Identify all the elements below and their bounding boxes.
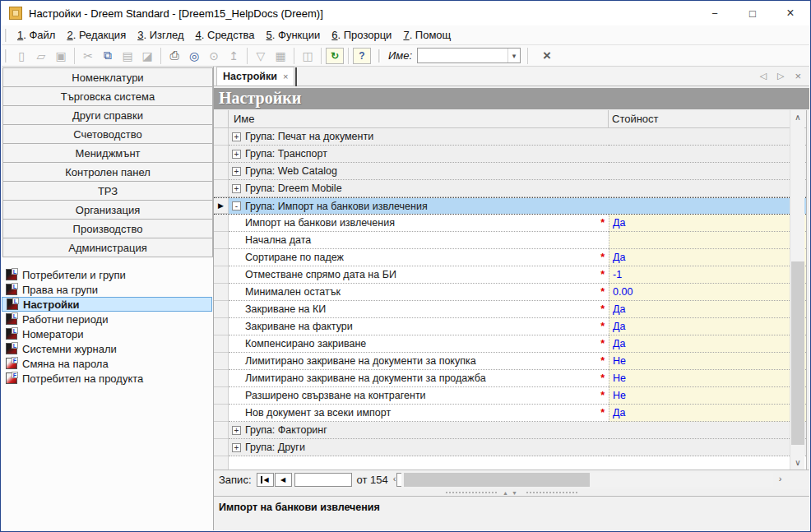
- table-row[interactable]: Импорт на банкови извлечения* Да: [214, 215, 806, 232]
- toolbar-grip[interactable]: [378, 49, 381, 62]
- tree-item-work-periods[interactable]: L Работни периоди: [2, 312, 212, 326]
- paste-icon[interactable]: ▤: [118, 48, 137, 64]
- save-icon[interactable]: ▣: [52, 48, 70, 64]
- table-row[interactable]: Закриване на КИ* Да: [214, 301, 806, 318]
- sidebar-item-control-panel[interactable]: Контролен панел: [2, 162, 213, 182]
- table-row[interactable]: Начална дата: [214, 232, 806, 249]
- setting-value[interactable]: Не: [609, 353, 806, 370]
- setting-value[interactable]: Да: [609, 215, 806, 232]
- table-row-group[interactable]: +Група: Други: [214, 439, 806, 456]
- calendar-icon[interactable]: ▦: [271, 48, 290, 64]
- table-row[interactable]: Лимитирано закриване на документи за пок…: [214, 353, 806, 370]
- table-row-group-selected[interactable]: ▶ -Група: Импорт на банкови извлечения: [214, 197, 806, 215]
- sidebar-item-other-reports[interactable]: Други справки: [2, 105, 213, 125]
- sidebar-item-organization[interactable]: Организация: [2, 200, 213, 220]
- sidebar-item-payroll[interactable]: ТРЗ: [2, 181, 213, 201]
- sidebar-item-administration[interactable]: Администрация: [2, 238, 213, 257]
- record-number-input[interactable]: [294, 473, 352, 487]
- name-filter-combobox[interactable]: ▾: [417, 48, 521, 63]
- expand-icon[interactable]: +: [232, 167, 241, 176]
- attach-icon[interactable]: ⊙: [205, 48, 223, 64]
- menu-functions[interactable]: 5. Функции: [261, 26, 327, 44]
- setting-value[interactable]: Да: [609, 318, 806, 335]
- table-row[interactable]: Компенсирано закриване* Да: [214, 335, 806, 353]
- tab-scroll-right-icon[interactable]: ▷: [777, 71, 784, 81]
- sidebar-item-nomenclatures[interactable]: Номенклатури: [2, 67, 213, 87]
- print-preview-icon[interactable]: ◎: [185, 48, 203, 64]
- sidebar-item-production[interactable]: Производство: [2, 219, 213, 238]
- table-row[interactable]: Разширено свързване на контрагенти* Не: [214, 387, 806, 405]
- minimize-button[interactable]: −: [696, 1, 734, 25]
- collapse-icon[interactable]: -: [232, 201, 241, 210]
- table-row[interactable]: Закриване на фактури* Да: [214, 318, 806, 335]
- print-icon[interactable]: ⎙: [165, 48, 183, 64]
- first-record-button[interactable]: ◀: [257, 473, 274, 487]
- upload-icon[interactable]: ↥: [225, 48, 243, 64]
- sidebar-item-accounting[interactable]: Счетоводство: [2, 124, 213, 144]
- scroll-down-icon[interactable]: ∨: [790, 456, 805, 470]
- menu-windows[interactable]: 6. Прозорци: [326, 26, 397, 44]
- setting-value[interactable]: Да: [609, 405, 806, 422]
- tab-list-close-icon[interactable]: ×: [795, 70, 801, 82]
- tree-item-users-groups[interactable]: L Потребители и групи: [2, 267, 212, 282]
- maximize-button[interactable]: □: [734, 1, 772, 25]
- tab-close-icon[interactable]: ×: [283, 72, 288, 81]
- tree-item-numerators[interactable]: L Номератори: [2, 326, 212, 341]
- menu-tools[interactable]: 4. Средства: [190, 26, 261, 44]
- sidebar-item-trade-system[interactable]: Търговска система: [2, 86, 213, 106]
- setting-value[interactable]: Не: [609, 370, 806, 387]
- table-row[interactable]: Минимален остатък* 0.00: [214, 284, 806, 301]
- erase-icon[interactable]: ◪: [138, 48, 156, 64]
- menu-file[interactable]: 1. Файл: [12, 26, 61, 44]
- setting-value[interactable]: [609, 232, 806, 249]
- help-icon[interactable]: ?: [353, 48, 371, 64]
- table-row[interactable]: Нов документ за всеки импорт* Да: [214, 405, 806, 422]
- splitter-arrows-icon[interactable]: ▲▼: [503, 490, 521, 496]
- table-row[interactable]: Отместване спрямо дата на БИ* -1: [214, 266, 806, 284]
- new-document-icon[interactable]: ▯: [12, 48, 30, 64]
- tab-settings[interactable]: Настройки ×: [216, 67, 294, 86]
- setting-value[interactable]: -1: [609, 266, 806, 284]
- scroll-left-icon[interactable]: ‹: [387, 473, 401, 487]
- vertical-scrollbar[interactable]: ∧ ∨: [790, 110, 804, 470]
- tree-item-group-rights[interactable]: L Права на групи: [2, 282, 212, 297]
- tree-item-change-password[interactable]: F Смяна на парола: [2, 356, 212, 371]
- setting-value[interactable]: Да: [609, 335, 806, 353]
- setting-value[interactable]: Да: [609, 301, 806, 318]
- scroll-up-icon[interactable]: ∧: [790, 110, 805, 124]
- menu-view[interactable]: 3. Изглед: [132, 26, 189, 44]
- table-row-group[interactable]: +Група: Транспорт: [214, 146, 806, 163]
- open-icon[interactable]: ▱: [32, 48, 50, 64]
- copy-icon[interactable]: ⧉: [99, 48, 117, 64]
- expand-icon[interactable]: +: [232, 184, 241, 193]
- setting-value[interactable]: Не: [609, 387, 806, 405]
- table-row-group[interactable]: +Група: Печат на документи: [214, 128, 806, 146]
- expand-icon[interactable]: +: [232, 426, 241, 435]
- scroll-right-icon[interactable]: ›: [773, 473, 787, 487]
- table-row[interactable]: Сортиране по падеж* Да: [214, 249, 806, 266]
- table-row-group[interactable]: +Група: Dreem Mobile: [214, 180, 806, 197]
- window-icon[interactable]: ◫: [299, 48, 317, 64]
- table-row-group[interactable]: +Група: Web Catalog: [214, 163, 806, 180]
- chevron-down-icon[interactable]: ▾: [507, 49, 520, 62]
- tree-item-settings[interactable]: L Настройки: [2, 297, 212, 312]
- horizontal-scrollbar-thumb[interactable]: [404, 473, 590, 487]
- menu-help[interactable]: 7. Помощ: [397, 26, 456, 44]
- setting-value[interactable]: 0.00: [609, 284, 806, 301]
- column-header-name[interactable]: Име: [229, 110, 609, 127]
- table-row[interactable]: Лимитирано закриване на документи за про…: [214, 370, 806, 387]
- toolbar-grip[interactable]: [5, 29, 7, 42]
- splitter-handle[interactable]: ▲▼: [214, 489, 809, 496]
- tab-scroll-left-icon[interactable]: ◁: [759, 71, 766, 81]
- expand-icon[interactable]: +: [232, 443, 241, 452]
- setting-value[interactable]: Да: [609, 249, 806, 266]
- filter-icon[interactable]: ▽: [252, 48, 270, 64]
- close-button[interactable]: ×: [772, 1, 809, 25]
- table-row-group[interactable]: +Група: Факторинг: [214, 422, 806, 439]
- cut-icon[interactable]: ✂: [79, 48, 97, 64]
- vertical-scrollbar-thumb[interactable]: [791, 261, 804, 445]
- tree-item-product-user[interactable]: F Потребител на продукта: [2, 371, 212, 386]
- expand-icon[interactable]: +: [232, 150, 241, 159]
- tree-item-system-logs[interactable]: L Системни журнали: [2, 341, 212, 356]
- refresh-icon[interactable]: ↻: [326, 48, 344, 64]
